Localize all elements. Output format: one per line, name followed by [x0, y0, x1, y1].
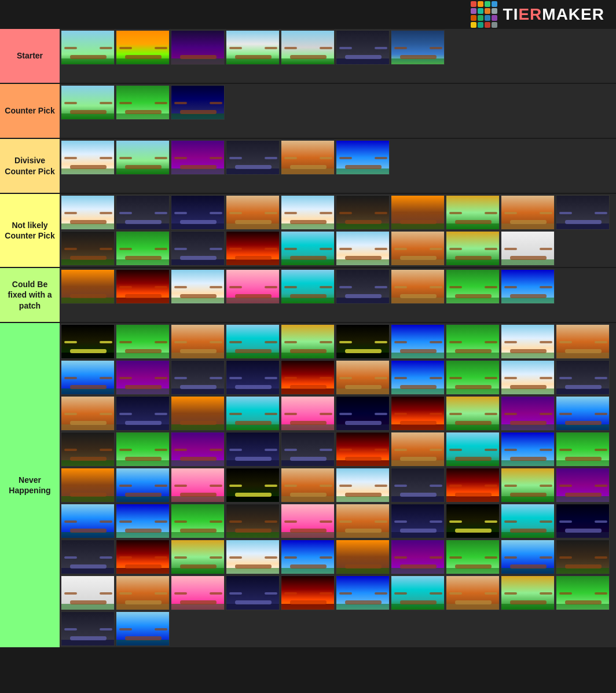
stage-thumbnail[interactable] — [281, 432, 335, 467]
stage-thumbnail[interactable] — [336, 504, 390, 538]
stage-thumbnail[interactable] — [281, 140, 335, 175]
stage-thumbnail[interactable] — [391, 468, 445, 503]
stage-thumbnail[interactable] — [501, 231, 555, 266]
stage-thumbnail[interactable] — [446, 432, 500, 467]
stage-thumbnail[interactable] — [226, 540, 280, 574]
stage-thumbnail[interactable] — [116, 269, 170, 304]
stage-thumbnail[interactable] — [61, 540, 115, 574]
stage-thumbnail[interactable] — [61, 231, 115, 266]
stage-thumbnail[interactable] — [61, 85, 115, 120]
stage-thumbnail[interactable] — [226, 504, 280, 538]
stage-thumbnail[interactable] — [61, 30, 115, 65]
stage-thumbnail[interactable] — [446, 575, 500, 610]
stage-thumbnail[interactable] — [281, 30, 335, 65]
stage-thumbnail[interactable] — [171, 540, 225, 574]
stage-thumbnail[interactable] — [336, 140, 390, 175]
stage-thumbnail[interactable] — [391, 575, 445, 610]
stage-thumbnail[interactable] — [556, 396, 610, 431]
stage-thumbnail[interactable] — [226, 360, 280, 395]
stage-thumbnail[interactable] — [501, 468, 555, 503]
stage-thumbnail[interactable] — [116, 396, 170, 431]
stage-thumbnail[interactable] — [281, 504, 335, 538]
stage-thumbnail[interactable] — [556, 324, 610, 359]
stage-thumbnail[interactable] — [171, 324, 225, 359]
stage-thumbnail[interactable] — [446, 195, 500, 230]
stage-thumbnail[interactable] — [556, 360, 610, 395]
stage-thumbnail[interactable] — [391, 30, 445, 65]
stage-thumbnail[interactable] — [556, 195, 610, 230]
stage-thumbnail[interactable] — [281, 468, 335, 503]
stage-thumbnail[interactable] — [171, 140, 225, 175]
stage-thumbnail[interactable] — [61, 269, 115, 304]
stage-thumbnail[interactable] — [336, 396, 390, 431]
stage-thumbnail[interactable] — [226, 396, 280, 431]
stage-thumbnail[interactable] — [446, 396, 500, 431]
stage-thumbnail[interactable] — [281, 360, 335, 395]
stage-thumbnail[interactable] — [116, 468, 170, 503]
stage-thumbnail[interactable] — [281, 540, 335, 574]
stage-thumbnail[interactable] — [501, 396, 555, 431]
stage-thumbnail[interactable] — [281, 575, 335, 610]
stage-thumbnail[interactable] — [336, 468, 390, 503]
stage-thumbnail[interactable] — [116, 30, 170, 65]
stage-thumbnail[interactable] — [171, 231, 225, 266]
stage-thumbnail[interactable] — [501, 324, 555, 359]
stage-thumbnail[interactable] — [501, 195, 555, 230]
stage-thumbnail[interactable] — [61, 575, 115, 610]
stage-thumbnail[interactable] — [391, 324, 445, 359]
stage-thumbnail[interactable] — [281, 324, 335, 359]
stage-thumbnail[interactable] — [501, 575, 555, 610]
stage-thumbnail[interactable] — [336, 540, 390, 574]
stage-thumbnail[interactable] — [171, 504, 225, 538]
stage-thumbnail[interactable] — [171, 575, 225, 610]
stage-thumbnail[interactable] — [556, 468, 610, 503]
stage-thumbnail[interactable] — [281, 231, 335, 266]
stage-thumbnail[interactable] — [446, 540, 500, 574]
stage-thumbnail[interactable] — [61, 468, 115, 503]
stage-thumbnail[interactable] — [336, 432, 390, 467]
stage-thumbnail[interactable] — [446, 360, 500, 395]
stage-thumbnail[interactable] — [446, 324, 500, 359]
stage-thumbnail[interactable] — [226, 432, 280, 467]
stage-thumbnail[interactable] — [116, 360, 170, 395]
stage-thumbnail[interactable] — [116, 85, 170, 120]
stage-thumbnail[interactable] — [61, 611, 115, 646]
stage-thumbnail[interactable] — [556, 575, 610, 610]
stage-thumbnail[interactable] — [556, 504, 610, 538]
stage-thumbnail[interactable] — [446, 231, 500, 266]
stage-thumbnail[interactable] — [336, 30, 390, 65]
stage-thumbnail[interactable] — [116, 140, 170, 175]
stage-thumbnail[interactable] — [391, 540, 445, 574]
stage-thumbnail[interactable] — [336, 195, 390, 230]
stage-thumbnail[interactable] — [116, 231, 170, 266]
stage-thumbnail[interactable] — [171, 269, 225, 304]
stage-thumbnail[interactable] — [336, 231, 390, 266]
stage-thumbnail[interactable] — [391, 396, 445, 431]
stage-thumbnail[interactable] — [61, 195, 115, 230]
stage-thumbnail[interactable] — [391, 504, 445, 538]
stage-thumbnail[interactable] — [501, 269, 555, 304]
stage-thumbnail[interactable] — [281, 269, 335, 304]
stage-thumbnail[interactable] — [116, 611, 170, 646]
stage-thumbnail[interactable] — [61, 360, 115, 395]
stage-thumbnail[interactable] — [171, 360, 225, 395]
stage-thumbnail[interactable] — [446, 468, 500, 503]
stage-thumbnail[interactable] — [281, 195, 335, 230]
stage-thumbnail[interactable] — [556, 540, 610, 574]
stage-thumbnail[interactable] — [446, 269, 500, 304]
stage-thumbnail[interactable] — [226, 468, 280, 503]
stage-thumbnail[interactable] — [226, 324, 280, 359]
stage-thumbnail[interactable] — [336, 360, 390, 395]
stage-thumbnail[interactable] — [226, 30, 280, 65]
stage-thumbnail[interactable] — [116, 504, 170, 538]
stage-thumbnail[interactable] — [226, 269, 280, 304]
stage-thumbnail[interactable] — [446, 504, 500, 538]
stage-thumbnail[interactable] — [281, 396, 335, 431]
stage-thumbnail[interactable] — [336, 575, 390, 610]
stage-thumbnail[interactable] — [336, 324, 390, 359]
stage-thumbnail[interactable] — [116, 195, 170, 230]
stage-thumbnail[interactable] — [501, 360, 555, 395]
stage-thumbnail[interactable] — [391, 269, 445, 304]
stage-thumbnail[interactable] — [501, 504, 555, 538]
stage-thumbnail[interactable] — [391, 432, 445, 467]
